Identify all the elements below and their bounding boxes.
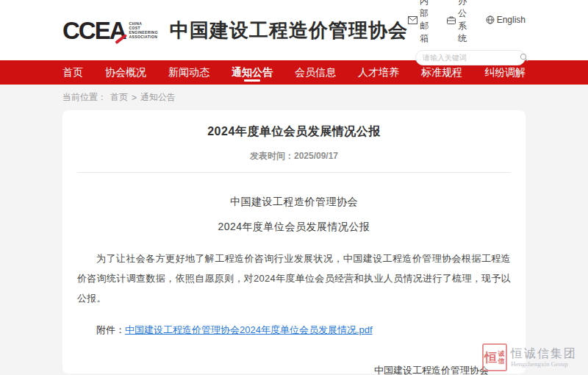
nav-item-news[interactable]: 新闻动态 xyxy=(168,60,209,85)
article-title: 2024年度单位会员发展情况公报 xyxy=(77,110,511,140)
logo-acronym: CCEA xyxy=(62,18,126,43)
nav-item-standards[interactable]: 标准规程 xyxy=(421,60,462,85)
title-divider xyxy=(77,172,511,173)
article-date: 发表时间：2025/09/17 xyxy=(77,150,511,162)
briefcase-icon xyxy=(447,16,456,24)
hengchengxin-watermark: 恒 诚 信 恒诚信集团 Hengchengxin Group xyxy=(482,343,577,371)
breadcrumb-label: 当前位置： xyxy=(62,91,107,104)
main-nav: 首页 协会概况 新闻动态 通知公告 会员信息 人才培养 标准规程 纠纷调解 xyxy=(0,60,588,85)
brand: CCEA CHINA COST ENGINEERING ASSOCIATION … xyxy=(62,18,408,43)
site-header: CCEA CHINA COST ENGINEERING ASSOCIATION … xyxy=(0,0,588,60)
breadcrumb-separator: > xyxy=(132,93,137,103)
seal-char-top: 诚 xyxy=(498,350,505,357)
english-link-label: English xyxy=(497,15,526,25)
article-date-label: 发表时间： xyxy=(250,151,294,161)
attachment-pdf-link[interactable]: 中国建设工程造价管理协会2024年度单位会员发展情况.pdf xyxy=(125,324,373,335)
signature-org: 中国建设工程造价管理协会 xyxy=(374,360,489,375)
office-system-link[interactable]: 办公系统 xyxy=(447,0,476,45)
nav-item-members[interactable]: 会员信息 xyxy=(295,60,336,85)
seal-char-main: 恒 xyxy=(485,351,498,364)
article-card: 2024年度单位会员发展情况公报 发表时间：2025/09/17 中国建设工程造… xyxy=(62,110,526,374)
nav-item-training[interactable]: 人才培养 xyxy=(358,60,399,85)
seal-char-bottom: 信 xyxy=(498,357,505,365)
logo-subtext: CHINA COST ENGINEERING ASSOCIATION xyxy=(129,21,158,39)
nav-item-home[interactable]: 首页 xyxy=(62,60,83,85)
doc-heading-org: 中国建设工程造价管理协会 xyxy=(77,196,511,209)
mail-icon xyxy=(408,16,417,24)
doc-heading-title: 2024年度单位会员发展情况公报 xyxy=(77,221,511,234)
ccea-logo: CCEA CHINA COST ENGINEERING ASSOCIATION xyxy=(62,18,158,43)
signature-block: 中国建设工程造价管理协会 2025年9月17日 xyxy=(77,360,511,375)
attachment-row: 附件：中国建设工程造价管理协会2024年度单位会员发展情况.pdf xyxy=(77,324,511,337)
breadcrumb-current-link[interactable]: 通知公告 xyxy=(140,91,176,104)
nav-item-notices[interactable]: 通知公告 xyxy=(232,60,273,85)
breadcrumb-home-link[interactable]: 首页 xyxy=(110,91,128,104)
site-title: 中国建设工程造价管理协会 xyxy=(170,18,408,43)
nav-item-mediation[interactable]: 纠纷调解 xyxy=(484,60,526,85)
globe-icon xyxy=(486,15,495,24)
mail-link-label: 内部邮箱 xyxy=(420,0,437,45)
header-utilities: 内部邮箱 办公系统 English xyxy=(408,0,526,65)
attachment-label: 附件： xyxy=(96,324,125,335)
breadcrumb: 当前位置： 首页 > 通知公告 xyxy=(62,91,526,104)
office-system-label: 办公系统 xyxy=(458,0,476,45)
watermark-name: 恒诚信集团 xyxy=(511,347,577,360)
english-link[interactable]: English xyxy=(486,15,526,25)
article-date-value: 2025/09/17 xyxy=(294,151,338,161)
hengchengxin-seal-icon: 恒 诚 信 xyxy=(482,343,507,371)
mail-link[interactable]: 内部邮箱 xyxy=(408,0,437,45)
watermark-name-en: Hengchengxin Group xyxy=(511,360,577,368)
doc-paragraph: 为了让社会各方更好地了解工程造价咨询行业发展状况，中国建设工程造价管理协会根据工… xyxy=(77,249,511,308)
nav-item-about[interactable]: 协会概况 xyxy=(105,60,146,85)
quick-links: 内部邮箱 办公系统 English xyxy=(408,0,526,45)
